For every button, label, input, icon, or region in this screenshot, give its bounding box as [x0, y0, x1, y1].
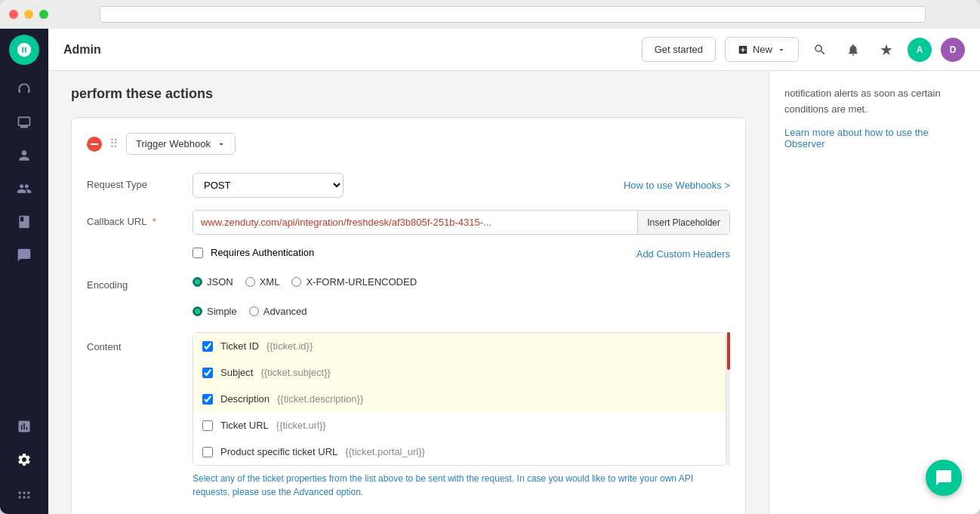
- encoding-xml-radio[interactable]: [245, 277, 255, 287]
- new-label: New: [753, 44, 772, 55]
- topbar: Admin Get started New A D: [48, 29, 980, 71]
- scrollbar-thumb: [727, 332, 730, 370]
- how-to-webhooks-link[interactable]: How to use Webhooks >: [624, 180, 730, 191]
- content-control: Ticket ID {{ticket.id}} Subject {{ticket…: [193, 332, 730, 499]
- mode-simple-option[interactable]: Simple: [193, 306, 237, 317]
- mode-label: [87, 303, 193, 309]
- sidebar-dots[interactable]: [9, 478, 39, 508]
- content-item-ticket-id: Ticket ID {{ticket.id}}: [193, 333, 726, 359]
- required-marker: *: [153, 216, 156, 227]
- content-subject-placeholder: {{ticket.subject}}: [260, 367, 331, 378]
- content-item-subject-checkbox[interactable]: [202, 368, 213, 378]
- fullscreen-button[interactable]: [39, 10, 48, 19]
- content-ticket-id-label: Ticket ID: [220, 340, 259, 352]
- avatar-d[interactable]: D: [941, 38, 965, 62]
- content-description-label: Description: [220, 393, 270, 405]
- callback-url-wrapper: Insert Placeholder: [193, 210, 730, 235]
- content-item-ticket-url: Ticket URL {{ticket.url}}: [193, 412, 726, 439]
- mode-advanced-label: Advanced: [263, 306, 307, 317]
- encoding-xml-label: XML: [260, 276, 280, 288]
- webhook-header: ⠿ Trigger Webhook: [87, 133, 730, 155]
- mode-row: Simple Advanced: [87, 303, 730, 320]
- avatar-a[interactable]: A: [908, 38, 932, 62]
- sidebar-item-settings[interactable]: [9, 445, 39, 475]
- encoding-radio-group: JSON XML X-FORM-URLENCODED: [193, 273, 730, 291]
- new-button[interactable]: New: [725, 37, 799, 62]
- request-type-control: POST GET PUT PATCH How to use Webhooks >: [193, 173, 730, 198]
- svg-point-2: [27, 496, 29, 498]
- content-ticket-url-label: Ticket URL: [220, 420, 269, 431]
- sidebar-item-team[interactable]: [9, 174, 39, 204]
- minimize-button[interactable]: [24, 10, 33, 19]
- content-ticket-id-placeholder: {{ticket.id}}: [267, 340, 313, 352]
- url-bar[interactable]: [100, 6, 926, 23]
- topbar-title: Admin: [63, 43, 633, 57]
- encoding-json-option[interactable]: JSON: [193, 276, 233, 288]
- add-custom-headers-link[interactable]: Add Custom Headers: [636, 248, 730, 260]
- mode-advanced-radio[interactable]: [249, 306, 259, 316]
- chat-button[interactable]: [926, 460, 962, 496]
- webhook-type-dropdown[interactable]: Trigger Webhook: [126, 133, 236, 155]
- app-layout: Admin Get started New A D: [0, 29, 980, 514]
- encoding-json-label: JSON: [207, 276, 233, 288]
- sidebar-item-chat[interactable]: [9, 240, 39, 270]
- content-box: Ticket ID {{ticket.id}} Subject {{ticket…: [193, 332, 726, 466]
- sparkle-icon-button[interactable]: [874, 38, 898, 62]
- mode-simple-label: Simple: [207, 306, 237, 317]
- content-ticket-url-placeholder: {{ticket.url}}: [276, 420, 326, 431]
- bell-icon-button[interactable]: [841, 38, 865, 62]
- webhook-type-label: Trigger Webhook: [136, 138, 211, 149]
- request-type-select[interactable]: POST GET PUT PATCH: [193, 173, 344, 198]
- webhook-card: ⠿ Trigger Webhook Request Type: [71, 117, 746, 514]
- encoding-urlencoded-label: X-FORM-URLENCODED: [306, 276, 417, 288]
- svg-point-5: [27, 491, 29, 494]
- learn-more-link[interactable]: Learn more about how to use the Observer: [784, 127, 929, 149]
- sidebar-item-headset[interactable]: [9, 74, 39, 104]
- svg-point-4: [23, 491, 25, 494]
- content-item-description: Description {{ticket.description}}: [193, 386, 726, 412]
- encoding-label: Encoding: [87, 273, 193, 291]
- svg-rect-6: [91, 143, 98, 145]
- encoding-xml-option[interactable]: XML: [245, 276, 280, 288]
- mode-control: Simple Advanced: [193, 303, 730, 320]
- request-type-label: Request Type: [87, 173, 193, 190]
- panel-text-1: notification alerts as soon as certain c…: [784, 86, 965, 118]
- get-started-button[interactable]: Get started: [642, 37, 716, 62]
- insert-placeholder-button[interactable]: Insert Placeholder: [637, 211, 729, 234]
- content-label: Content: [87, 332, 193, 352]
- content-item-ticket-id-checkbox[interactable]: [202, 341, 213, 352]
- content-item-subject: Subject {{ticket.subject}}: [193, 359, 726, 386]
- sidebar-item-person[interactable]: [9, 140, 39, 171]
- encoding-control: JSON XML X-FORM-URLENCODED: [193, 273, 730, 291]
- sidebar: [0, 29, 48, 514]
- close-button[interactable]: [9, 10, 18, 19]
- mode-simple-radio[interactable]: [193, 306, 202, 316]
- search-icon-button[interactable]: [808, 38, 832, 62]
- mode-radio-group: Simple Advanced: [193, 303, 730, 320]
- sidebar-item-book[interactable]: [9, 207, 39, 237]
- content-description-placeholder: {{ticket.description}}: [277, 393, 363, 405]
- requires-auth-checkbox-row: Requires Authentication: [193, 247, 314, 258]
- callback-url-row: Callback URL * Insert Placeholder: [87, 210, 730, 235]
- content-item-ticket-url-checkbox[interactable]: [202, 420, 213, 431]
- encoding-urlencoded-radio[interactable]: [291, 277, 301, 287]
- content-item-portal-url-checkbox[interactable]: [202, 447, 213, 457]
- section-title: perform these actions: [71, 86, 746, 102]
- svg-point-0: [19, 496, 21, 498]
- sidebar-item-analytics[interactable]: [9, 411, 39, 442]
- encoding-json-radio[interactable]: [193, 277, 202, 287]
- encoding-urlencoded-option[interactable]: X-FORM-URLENCODED: [291, 276, 417, 288]
- content-portal-url-label: Product specific ticket URL: [220, 446, 337, 457]
- content-item-portal-url: Product specific ticket URL {{ticket.por…: [193, 439, 726, 465]
- right-panel: notification alerts as soon as certain c…: [769, 71, 980, 514]
- content-area: perform these actions ⠿ Trigger Webhook: [48, 71, 980, 514]
- sidebar-item-monitor[interactable]: [9, 107, 39, 137]
- content-item-description-checkbox[interactable]: [202, 394, 213, 405]
- requires-auth-checkbox[interactable]: [193, 248, 203, 258]
- drag-handle-icon[interactable]: ⠿: [109, 137, 119, 151]
- svg-point-3: [19, 491, 21, 494]
- mode-advanced-option[interactable]: Advanced: [249, 306, 307, 317]
- request-type-row: Request Type POST GET PUT PATCH: [87, 173, 730, 198]
- content-box-wrapper: Ticket ID {{ticket.id}} Subject {{ticket…: [193, 332, 730, 466]
- remove-webhook-button[interactable]: [87, 137, 102, 152]
